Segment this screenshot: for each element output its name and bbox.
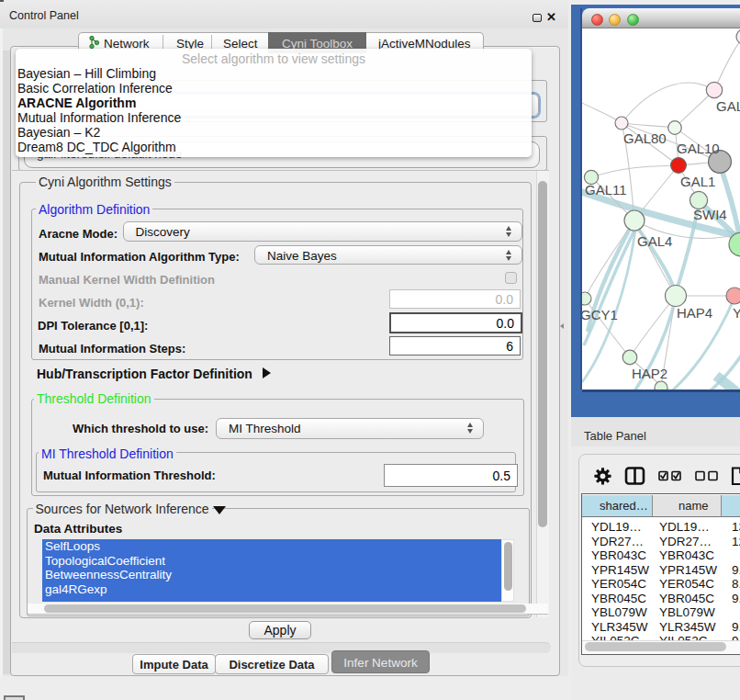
svg-text:GAL80: GAL80 <box>623 130 667 146</box>
svg-text:GAL4: GAL4 <box>637 233 672 249</box>
svg-text:GAL: GAL <box>716 98 740 114</box>
svg-text:HAP4: HAP4 <box>677 305 712 321</box>
svg-text:GAL11: GAL11 <box>585 182 627 198</box>
svg-text:GAL1: GAL1 <box>680 174 715 189</box>
svg-text:SWI4: SWI4 <box>693 207 727 222</box>
svg-text:Y: Y <box>733 305 740 321</box>
svg-text:GCY1: GCY1 <box>582 307 618 322</box>
svg-text:HAP2: HAP2 <box>632 366 667 381</box>
svg-text:GAL10: GAL10 <box>677 141 720 156</box>
